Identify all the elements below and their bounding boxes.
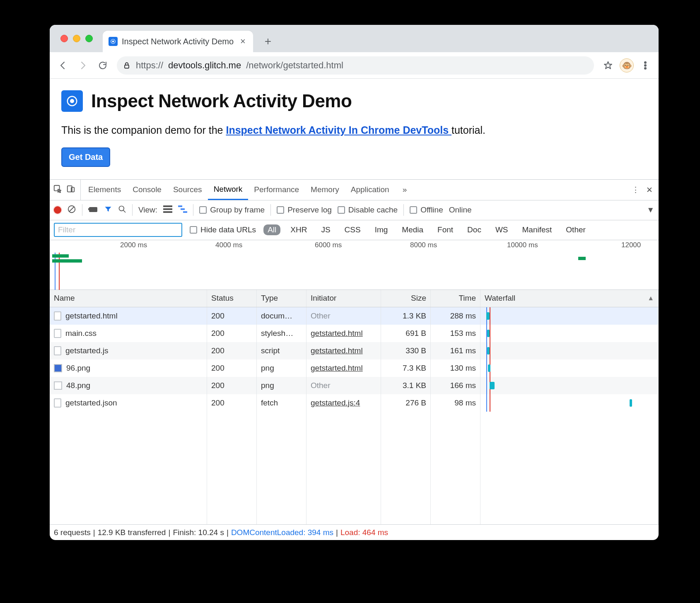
filter-chip-other[interactable]: Other — [562, 224, 590, 235]
browser-window: Inspect Network Activity Demo × + https:… — [50, 25, 659, 540]
filter-chip-js[interactable]: JS — [317, 224, 334, 235]
svg-rect-19 — [178, 205, 182, 207]
network-table: Name Status Type Initiator Size Time Wat… — [50, 290, 659, 524]
request-time: 130 ms — [431, 359, 480, 377]
address-bar[interactable]: https://devtools.glitch.me/network/getst… — [117, 56, 594, 75]
initiator-link[interactable]: getstarted.html — [311, 329, 363, 338]
filter-chip-all[interactable]: All — [263, 224, 280, 235]
col-waterfall[interactable]: Waterfall▲ — [480, 290, 659, 307]
request-size: 1.3 KB — [381, 307, 431, 325]
filter-chip-css[interactable]: CSS — [340, 224, 365, 235]
overview-timeline[interactable]: 2000 ms4000 ms6000 ms8000 ms10000 ms1200… — [50, 240, 659, 290]
inspect-element-icon[interactable] — [53, 184, 62, 195]
devtools-tab-network[interactable]: Network — [208, 180, 249, 200]
table-row[interactable]: main.css200stylesh…getstarted.html691 B1… — [50, 325, 659, 342]
devtools-tab-sources[interactable]: Sources — [167, 180, 208, 200]
reload-button[interactable] — [94, 57, 111, 74]
throttling-dropdown-icon[interactable]: ▼ — [647, 205, 654, 215]
initiator-link[interactable]: getstarted.html — [311, 364, 363, 373]
menu-button[interactable] — [637, 57, 654, 74]
new-tab-button[interactable]: + — [260, 33, 276, 50]
request-size: 691 B — [381, 325, 431, 342]
timeline-tick: 2000 ms — [120, 241, 147, 249]
lock-icon — [123, 61, 131, 70]
bookmark-button[interactable] — [600, 57, 616, 74]
filter-chip-manifest[interactable]: Manifest — [518, 224, 556, 235]
devtools-tab-console[interactable]: Console — [127, 180, 167, 200]
devtools-menu-icon[interactable]: ⋮ — [632, 185, 640, 195]
record-button[interactable] — [54, 206, 61, 214]
request-status: 200 — [207, 394, 257, 412]
profile-avatar[interactable]: 🐵 — [620, 58, 634, 72]
request-status: 200 — [207, 377, 257, 394]
filter-chip-img[interactable]: Img — [371, 224, 392, 235]
search-icon[interactable] — [118, 205, 126, 215]
clear-button[interactable] — [67, 205, 76, 216]
filter-chip-doc[interactable]: Doc — [463, 224, 485, 235]
request-type: png — [257, 359, 307, 377]
table-header[interactable]: Name Status Type Initiator Size Time Wat… — [50, 290, 659, 307]
back-button[interactable] — [55, 57, 71, 74]
image-file-icon — [54, 381, 62, 390]
initiator-text: Other — [311, 311, 331, 321]
table-row[interactable]: getstarted.js200scriptgetstarted.html330… — [50, 342, 659, 359]
close-window-button[interactable] — [60, 35, 68, 42]
table-row[interactable]: 48.png200pngOther3.1 KB166 ms — [50, 377, 659, 394]
capture-screenshots-icon[interactable] — [88, 205, 98, 215]
filter-chip-font[interactable]: Font — [433, 224, 457, 235]
devtools-tab-application[interactable]: Application — [345, 180, 395, 200]
waterfall-view-icon[interactable] — [178, 205, 187, 215]
forward-button[interactable] — [75, 57, 91, 74]
document-file-icon — [54, 311, 61, 321]
col-size[interactable]: Size — [381, 290, 431, 307]
svg-point-1 — [112, 41, 114, 43]
table-row[interactable]: getstarted.html200docum…Other1.3 KB288 m… — [50, 307, 659, 325]
devtools-tab-elements[interactable]: Elements — [82, 180, 127, 200]
col-type[interactable]: Type — [257, 290, 307, 307]
svg-rect-16 — [163, 205, 172, 207]
tabs-overflow-button[interactable]: » — [397, 180, 413, 200]
filter-chip-xhr[interactable]: XHR — [286, 224, 311, 235]
request-type: stylesh… — [257, 325, 307, 342]
filter-toggle-icon[interactable] — [104, 205, 112, 215]
timeline-tick: 8000 ms — [410, 241, 437, 249]
request-size: 330 B — [381, 342, 431, 359]
filter-input[interactable]: Filter — [54, 223, 182, 237]
request-name: 96.png — [66, 364, 90, 373]
devtools-close-icon[interactable]: ✕ — [646, 185, 653, 195]
image-file-icon — [54, 364, 62, 372]
table-row[interactable]: 96.png200pnggetstarted.html7.3 KB130 ms — [50, 359, 659, 377]
table-row[interactable]: getstarted.json200fetchgetstarted.js:427… — [50, 394, 659, 412]
browser-tab[interactable]: Inspect Network Activity Demo × — [103, 31, 253, 52]
close-tab-icon[interactable]: × — [240, 36, 246, 47]
svg-rect-21 — [183, 211, 187, 213]
col-initiator[interactable]: Initiator — [307, 290, 381, 307]
col-name[interactable]: Name — [50, 290, 207, 307]
devtools-tab-memory[interactable]: Memory — [305, 180, 345, 200]
initiator-link[interactable]: getstarted.js:4 — [311, 398, 360, 408]
filter-chip-ws[interactable]: WS — [491, 224, 512, 235]
devtools-tab-performance[interactable]: Performance — [248, 180, 305, 200]
device-toggle-icon[interactable] — [66, 184, 75, 195]
col-status[interactable]: Status — [207, 290, 257, 307]
hide-data-urls-checkbox[interactable]: Hide data URLs — [190, 225, 256, 234]
timeline-tick: 4000 ms — [215, 241, 242, 249]
get-data-button[interactable]: Get Data — [61, 147, 110, 167]
throttling-select[interactable]: Online — [449, 205, 472, 215]
request-status: 200 — [207, 325, 257, 342]
offline-checkbox[interactable]: Offline — [410, 205, 443, 215]
maximize-window-button[interactable] — [85, 35, 93, 42]
view-label: View: — [138, 205, 157, 215]
disable-cache-checkbox[interactable]: Disable cache — [338, 205, 398, 215]
large-rows-icon[interactable] — [163, 205, 172, 215]
minimize-window-button[interactable] — [73, 35, 80, 42]
group-by-frame-checkbox[interactable]: Group by frame — [199, 205, 265, 215]
col-time[interactable]: Time — [431, 290, 480, 307]
svg-rect-2 — [125, 65, 129, 68]
initiator-link[interactable]: getstarted.html — [311, 346, 363, 355]
request-name: getstarted.html — [65, 311, 118, 321]
tutorial-link[interactable]: Inspect Network Activity In Chrome DevTo… — [226, 124, 451, 136]
request-type: docum… — [257, 307, 307, 325]
preserve-log-checkbox[interactable]: Preserve log — [277, 205, 332, 215]
filter-chip-media[interactable]: Media — [398, 224, 427, 235]
